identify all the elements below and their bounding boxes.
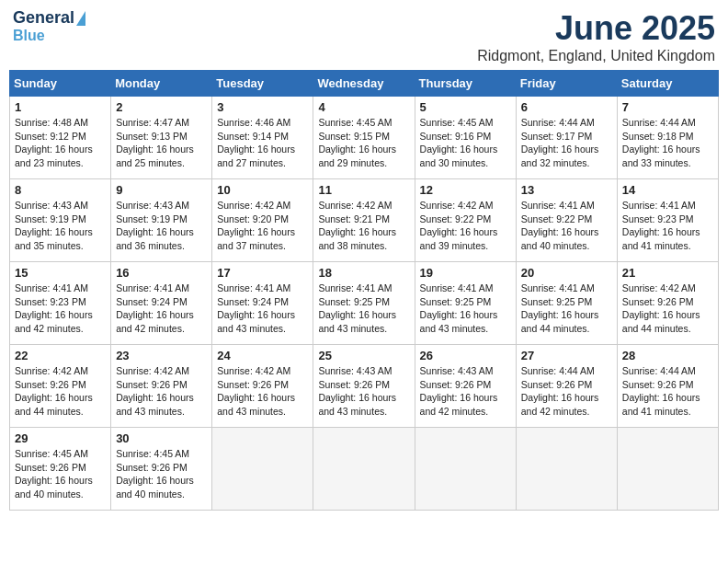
weekday-header-friday: Friday <box>516 71 617 97</box>
calendar-cell: 12Sunrise: 4:42 AMSunset: 9:22 PMDayligh… <box>415 179 516 262</box>
calendar-cell: 14Sunrise: 4:41 AMSunset: 9:23 PMDayligh… <box>617 179 718 262</box>
calendar-week-row: 22Sunrise: 4:42 AMSunset: 9:26 PMDayligh… <box>10 345 719 428</box>
calendar-cell: 30Sunrise: 4:45 AMSunset: 9:26 PMDayligh… <box>111 428 212 511</box>
calendar-cell: 24Sunrise: 4:42 AMSunset: 9:26 PMDayligh… <box>212 345 313 428</box>
day-number: 19 <box>420 266 511 280</box>
day-number: 24 <box>217 349 308 362</box>
cell-info: Sunrise: 4:44 AMSunset: 9:26 PMDaylight:… <box>622 364 713 419</box>
day-number: 1 <box>15 100 106 114</box>
calendar-cell: 15Sunrise: 4:41 AMSunset: 9:23 PMDayligh… <box>10 262 111 345</box>
cell-info: Sunrise: 4:42 AMSunset: 9:26 PMDaylight:… <box>622 282 713 336</box>
logo-triangle-icon <box>76 11 85 26</box>
cell-info: Sunrise: 4:47 AMSunset: 9:13 PMDaylight:… <box>116 116 207 170</box>
cell-info: Sunrise: 4:43 AMSunset: 9:26 PMDaylight:… <box>420 364 511 419</box>
calendar-cell: 4Sunrise: 4:45 AMSunset: 9:15 PMDaylight… <box>313 97 415 179</box>
calendar-week-row: 29Sunrise: 4:45 AMSunset: 9:26 PMDayligh… <box>10 428 719 511</box>
calendar-cell: 28Sunrise: 4:44 AMSunset: 9:26 PMDayligh… <box>617 345 718 428</box>
calendar-week-row: 8Sunrise: 4:43 AMSunset: 9:19 PMDaylight… <box>10 179 719 262</box>
weekday-header-tuesday: Tuesday <box>212 71 313 97</box>
calendar-cell: 19Sunrise: 4:41 AMSunset: 9:25 PMDayligh… <box>415 262 516 345</box>
day-number: 13 <box>521 183 612 197</box>
cell-info: Sunrise: 4:42 AMSunset: 9:21 PMDaylight:… <box>318 199 409 253</box>
calendar-cell: 2Sunrise: 4:47 AMSunset: 9:13 PMDaylight… <box>111 97 212 179</box>
cell-info: Sunrise: 4:43 AMSunset: 9:19 PMDaylight:… <box>116 199 207 253</box>
calendar-cell <box>415 428 516 511</box>
day-number: 9 <box>116 183 207 197</box>
cell-info: Sunrise: 4:41 AMSunset: 9:24 PMDaylight:… <box>217 282 308 336</box>
cell-info: Sunrise: 4:41 AMSunset: 9:25 PMDaylight:… <box>420 282 511 336</box>
logo-text-general: General <box>13 9 74 28</box>
day-number: 29 <box>15 431 106 445</box>
calendar-cell: 1Sunrise: 4:48 AMSunset: 9:12 PMDaylight… <box>10 97 111 179</box>
weekday-header-wednesday: Wednesday <box>313 71 415 97</box>
cell-info: Sunrise: 4:48 AMSunset: 9:12 PMDaylight:… <box>15 116 106 170</box>
cell-info: Sunrise: 4:45 AMSunset: 9:26 PMDaylight:… <box>116 447 207 501</box>
day-number: 4 <box>318 100 409 114</box>
calendar-week-row: 1Sunrise: 4:48 AMSunset: 9:12 PMDaylight… <box>10 97 719 179</box>
calendar-cell: 8Sunrise: 4:43 AMSunset: 9:19 PMDaylight… <box>10 179 111 262</box>
calendar-cell: 6Sunrise: 4:44 AMSunset: 9:17 PMDaylight… <box>516 97 617 179</box>
cell-info: Sunrise: 4:42 AMSunset: 9:26 PMDaylight:… <box>217 364 308 419</box>
day-number: 22 <box>15 349 106 362</box>
calendar-cell: 16Sunrise: 4:41 AMSunset: 9:24 PMDayligh… <box>111 262 212 345</box>
calendar-cell: 21Sunrise: 4:42 AMSunset: 9:26 PMDayligh… <box>617 262 718 345</box>
cell-info: Sunrise: 4:41 AMSunset: 9:23 PMDaylight:… <box>622 199 713 253</box>
day-number: 25 <box>318 349 409 362</box>
location: Ridgmont, England, United Kingdom <box>477 48 715 64</box>
calendar-cell: 17Sunrise: 4:41 AMSunset: 9:24 PMDayligh… <box>212 262 313 345</box>
cell-info: Sunrise: 4:43 AMSunset: 9:19 PMDaylight:… <box>15 199 106 253</box>
day-number: 27 <box>521 349 612 362</box>
calendar-cell <box>617 428 718 511</box>
calendar-cell: 9Sunrise: 4:43 AMSunset: 9:19 PMDaylight… <box>111 179 212 262</box>
day-number: 14 <box>622 183 713 197</box>
weekday-header-monday: Monday <box>111 71 212 97</box>
cell-info: Sunrise: 4:43 AMSunset: 9:26 PMDaylight:… <box>318 364 409 419</box>
calendar-cell <box>313 428 415 511</box>
month-title: June 2025 <box>477 9 715 48</box>
calendar-cell: 25Sunrise: 4:43 AMSunset: 9:26 PMDayligh… <box>313 345 415 428</box>
day-number: 15 <box>15 266 106 280</box>
page-header: General Blue June 2025 Ridgmont, England… <box>9 9 719 64</box>
day-number: 30 <box>116 431 207 445</box>
day-number: 17 <box>217 266 308 280</box>
cell-info: Sunrise: 4:42 AMSunset: 9:26 PMDaylight:… <box>15 364 106 419</box>
calendar-cell: 11Sunrise: 4:42 AMSunset: 9:21 PMDayligh… <box>313 179 415 262</box>
cell-info: Sunrise: 4:41 AMSunset: 9:25 PMDaylight:… <box>521 282 612 336</box>
calendar-cell: 13Sunrise: 4:41 AMSunset: 9:22 PMDayligh… <box>516 179 617 262</box>
calendar-cell <box>516 428 617 511</box>
cell-info: Sunrise: 4:45 AMSunset: 9:26 PMDaylight:… <box>15 447 106 501</box>
calendar-cell: 20Sunrise: 4:41 AMSunset: 9:25 PMDayligh… <box>516 262 617 345</box>
title-section: June 2025 Ridgmont, England, United King… <box>477 9 715 64</box>
day-number: 26 <box>420 349 511 362</box>
day-number: 7 <box>622 100 713 114</box>
day-number: 21 <box>622 266 713 280</box>
day-number: 20 <box>521 266 612 280</box>
cell-info: Sunrise: 4:42 AMSunset: 9:26 PMDaylight:… <box>116 364 207 419</box>
cell-info: Sunrise: 4:41 AMSunset: 9:22 PMDaylight:… <box>521 199 612 253</box>
cell-info: Sunrise: 4:44 AMSunset: 9:17 PMDaylight:… <box>521 116 612 170</box>
cell-info: Sunrise: 4:41 AMSunset: 9:25 PMDaylight:… <box>318 282 409 336</box>
day-number: 12 <box>420 183 511 197</box>
day-number: 2 <box>116 100 207 114</box>
weekday-header-thursday: Thursday <box>415 71 516 97</box>
calendar-cell: 18Sunrise: 4:41 AMSunset: 9:25 PMDayligh… <box>313 262 415 345</box>
calendar-cell: 26Sunrise: 4:43 AMSunset: 9:26 PMDayligh… <box>415 345 516 428</box>
calendar-week-row: 15Sunrise: 4:41 AMSunset: 9:23 PMDayligh… <box>10 262 719 345</box>
day-number: 23 <box>116 349 207 362</box>
cell-info: Sunrise: 4:41 AMSunset: 9:24 PMDaylight:… <box>116 282 207 336</box>
day-number: 3 <box>217 100 308 114</box>
calendar-cell <box>212 428 313 511</box>
cell-info: Sunrise: 4:44 AMSunset: 9:26 PMDaylight:… <box>521 364 612 419</box>
cell-info: Sunrise: 4:44 AMSunset: 9:18 PMDaylight:… <box>622 116 713 170</box>
calendar-cell: 10Sunrise: 4:42 AMSunset: 9:20 PMDayligh… <box>212 179 313 262</box>
day-number: 28 <box>622 349 713 362</box>
day-number: 11 <box>318 183 409 197</box>
calendar-table: SundayMondayTuesdayWednesdayThursdayFrid… <box>9 70 719 511</box>
logo: General Blue <box>13 9 85 43</box>
day-number: 18 <box>318 266 409 280</box>
cell-info: Sunrise: 4:42 AMSunset: 9:22 PMDaylight:… <box>420 199 511 253</box>
cell-info: Sunrise: 4:46 AMSunset: 9:14 PMDaylight:… <box>217 116 308 170</box>
cell-info: Sunrise: 4:45 AMSunset: 9:15 PMDaylight:… <box>318 116 409 170</box>
weekday-header-saturday: Saturday <box>617 71 718 97</box>
cell-info: Sunrise: 4:42 AMSunset: 9:20 PMDaylight:… <box>217 199 308 253</box>
